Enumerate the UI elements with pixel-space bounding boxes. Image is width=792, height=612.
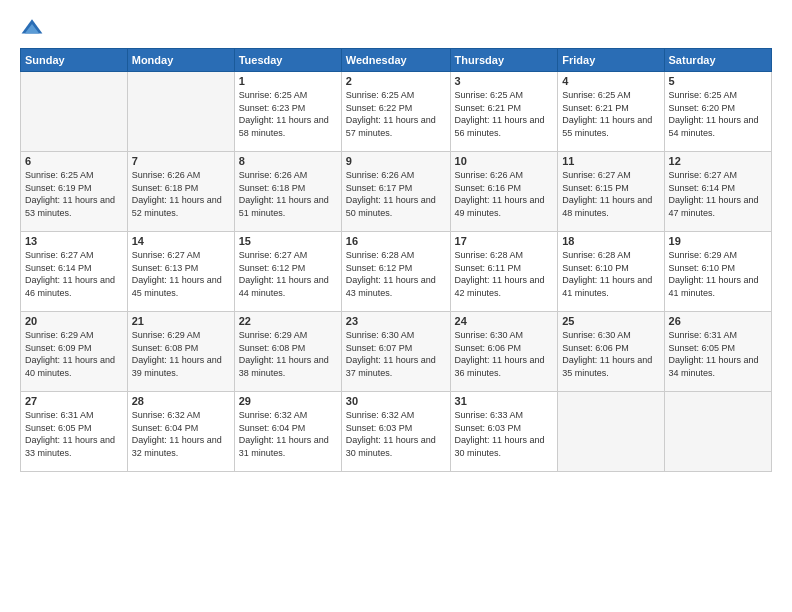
day-number: 3 bbox=[455, 75, 554, 87]
calendar-cell: 28Sunrise: 6:32 AM Sunset: 6:04 PM Dayli… bbox=[127, 392, 234, 472]
calendar-cell: 1Sunrise: 6:25 AM Sunset: 6:23 PM Daylig… bbox=[234, 72, 341, 152]
day-number: 31 bbox=[455, 395, 554, 407]
day-info: Sunrise: 6:30 AM Sunset: 6:06 PM Dayligh… bbox=[562, 329, 659, 379]
day-number: 29 bbox=[239, 395, 337, 407]
day-info: Sunrise: 6:28 AM Sunset: 6:11 PM Dayligh… bbox=[455, 249, 554, 299]
day-info: Sunrise: 6:30 AM Sunset: 6:07 PM Dayligh… bbox=[346, 329, 446, 379]
calendar-cell: 15Sunrise: 6:27 AM Sunset: 6:12 PM Dayli… bbox=[234, 232, 341, 312]
col-sunday: Sunday bbox=[21, 49, 128, 72]
day-info: Sunrise: 6:31 AM Sunset: 6:05 PM Dayligh… bbox=[669, 329, 767, 379]
calendar-cell: 16Sunrise: 6:28 AM Sunset: 6:12 PM Dayli… bbox=[341, 232, 450, 312]
day-info: Sunrise: 6:26 AM Sunset: 6:17 PM Dayligh… bbox=[346, 169, 446, 219]
calendar-cell: 19Sunrise: 6:29 AM Sunset: 6:10 PM Dayli… bbox=[664, 232, 771, 312]
day-number: 21 bbox=[132, 315, 230, 327]
day-number: 27 bbox=[25, 395, 123, 407]
page: Sunday Monday Tuesday Wednesday Thursday… bbox=[0, 0, 792, 612]
day-info: Sunrise: 6:28 AM Sunset: 6:10 PM Dayligh… bbox=[562, 249, 659, 299]
calendar-cell: 24Sunrise: 6:30 AM Sunset: 6:06 PM Dayli… bbox=[450, 312, 558, 392]
day-number: 20 bbox=[25, 315, 123, 327]
day-number: 18 bbox=[562, 235, 659, 247]
calendar-cell: 13Sunrise: 6:27 AM Sunset: 6:14 PM Dayli… bbox=[21, 232, 128, 312]
logo-icon bbox=[20, 16, 44, 40]
calendar-cell: 11Sunrise: 6:27 AM Sunset: 6:15 PM Dayli… bbox=[558, 152, 664, 232]
day-info: Sunrise: 6:28 AM Sunset: 6:12 PM Dayligh… bbox=[346, 249, 446, 299]
day-info: Sunrise: 6:29 AM Sunset: 6:09 PM Dayligh… bbox=[25, 329, 123, 379]
day-number: 17 bbox=[455, 235, 554, 247]
calendar-cell: 6Sunrise: 6:25 AM Sunset: 6:19 PM Daylig… bbox=[21, 152, 128, 232]
calendar-cell: 30Sunrise: 6:32 AM Sunset: 6:03 PM Dayli… bbox=[341, 392, 450, 472]
day-info: Sunrise: 6:29 AM Sunset: 6:08 PM Dayligh… bbox=[239, 329, 337, 379]
day-info: Sunrise: 6:25 AM Sunset: 6:23 PM Dayligh… bbox=[239, 89, 337, 139]
day-number: 7 bbox=[132, 155, 230, 167]
day-info: Sunrise: 6:25 AM Sunset: 6:20 PM Dayligh… bbox=[669, 89, 767, 139]
calendar-table: Sunday Monday Tuesday Wednesday Thursday… bbox=[20, 48, 772, 472]
day-info: Sunrise: 6:29 AM Sunset: 6:08 PM Dayligh… bbox=[132, 329, 230, 379]
col-wednesday: Wednesday bbox=[341, 49, 450, 72]
day-info: Sunrise: 6:26 AM Sunset: 6:18 PM Dayligh… bbox=[239, 169, 337, 219]
logo bbox=[20, 16, 48, 40]
day-info: Sunrise: 6:27 AM Sunset: 6:14 PM Dayligh… bbox=[669, 169, 767, 219]
day-info: Sunrise: 6:29 AM Sunset: 6:10 PM Dayligh… bbox=[669, 249, 767, 299]
day-number: 11 bbox=[562, 155, 659, 167]
calendar-header-row: Sunday Monday Tuesday Wednesday Thursday… bbox=[21, 49, 772, 72]
calendar-cell: 31Sunrise: 6:33 AM Sunset: 6:03 PM Dayli… bbox=[450, 392, 558, 472]
calendar-cell: 27Sunrise: 6:31 AM Sunset: 6:05 PM Dayli… bbox=[21, 392, 128, 472]
calendar-cell: 22Sunrise: 6:29 AM Sunset: 6:08 PM Dayli… bbox=[234, 312, 341, 392]
day-info: Sunrise: 6:26 AM Sunset: 6:18 PM Dayligh… bbox=[132, 169, 230, 219]
calendar-cell: 18Sunrise: 6:28 AM Sunset: 6:10 PM Dayli… bbox=[558, 232, 664, 312]
day-number: 2 bbox=[346, 75, 446, 87]
day-info: Sunrise: 6:25 AM Sunset: 6:21 PM Dayligh… bbox=[562, 89, 659, 139]
day-number: 15 bbox=[239, 235, 337, 247]
day-number: 25 bbox=[562, 315, 659, 327]
day-info: Sunrise: 6:26 AM Sunset: 6:16 PM Dayligh… bbox=[455, 169, 554, 219]
day-number: 10 bbox=[455, 155, 554, 167]
calendar-cell: 9Sunrise: 6:26 AM Sunset: 6:17 PM Daylig… bbox=[341, 152, 450, 232]
day-info: Sunrise: 6:33 AM Sunset: 6:03 PM Dayligh… bbox=[455, 409, 554, 459]
day-number: 1 bbox=[239, 75, 337, 87]
calendar-cell: 5Sunrise: 6:25 AM Sunset: 6:20 PM Daylig… bbox=[664, 72, 771, 152]
day-number: 13 bbox=[25, 235, 123, 247]
calendar-week-row: 1Sunrise: 6:25 AM Sunset: 6:23 PM Daylig… bbox=[21, 72, 772, 152]
day-info: Sunrise: 6:27 AM Sunset: 6:12 PM Dayligh… bbox=[239, 249, 337, 299]
calendar-week-row: 13Sunrise: 6:27 AM Sunset: 6:14 PM Dayli… bbox=[21, 232, 772, 312]
day-number: 8 bbox=[239, 155, 337, 167]
calendar-cell bbox=[558, 392, 664, 472]
day-number: 22 bbox=[239, 315, 337, 327]
day-number: 30 bbox=[346, 395, 446, 407]
calendar-week-row: 20Sunrise: 6:29 AM Sunset: 6:09 PM Dayli… bbox=[21, 312, 772, 392]
col-thursday: Thursday bbox=[450, 49, 558, 72]
calendar-cell: 14Sunrise: 6:27 AM Sunset: 6:13 PM Dayli… bbox=[127, 232, 234, 312]
day-number: 12 bbox=[669, 155, 767, 167]
col-monday: Monday bbox=[127, 49, 234, 72]
calendar-cell: 4Sunrise: 6:25 AM Sunset: 6:21 PM Daylig… bbox=[558, 72, 664, 152]
day-info: Sunrise: 6:27 AM Sunset: 6:15 PM Dayligh… bbox=[562, 169, 659, 219]
day-info: Sunrise: 6:27 AM Sunset: 6:14 PM Dayligh… bbox=[25, 249, 123, 299]
calendar-cell: 26Sunrise: 6:31 AM Sunset: 6:05 PM Dayli… bbox=[664, 312, 771, 392]
calendar-cell: 25Sunrise: 6:30 AM Sunset: 6:06 PM Dayli… bbox=[558, 312, 664, 392]
calendar-week-row: 6Sunrise: 6:25 AM Sunset: 6:19 PM Daylig… bbox=[21, 152, 772, 232]
day-number: 14 bbox=[132, 235, 230, 247]
calendar-week-row: 27Sunrise: 6:31 AM Sunset: 6:05 PM Dayli… bbox=[21, 392, 772, 472]
day-number: 4 bbox=[562, 75, 659, 87]
calendar-cell bbox=[21, 72, 128, 152]
day-info: Sunrise: 6:32 AM Sunset: 6:04 PM Dayligh… bbox=[132, 409, 230, 459]
day-info: Sunrise: 6:25 AM Sunset: 6:19 PM Dayligh… bbox=[25, 169, 123, 219]
day-info: Sunrise: 6:32 AM Sunset: 6:04 PM Dayligh… bbox=[239, 409, 337, 459]
calendar-cell: 2Sunrise: 6:25 AM Sunset: 6:22 PM Daylig… bbox=[341, 72, 450, 152]
day-info: Sunrise: 6:31 AM Sunset: 6:05 PM Dayligh… bbox=[25, 409, 123, 459]
day-info: Sunrise: 6:30 AM Sunset: 6:06 PM Dayligh… bbox=[455, 329, 554, 379]
calendar-cell: 10Sunrise: 6:26 AM Sunset: 6:16 PM Dayli… bbox=[450, 152, 558, 232]
calendar-cell: 7Sunrise: 6:26 AM Sunset: 6:18 PM Daylig… bbox=[127, 152, 234, 232]
calendar-cell: 21Sunrise: 6:29 AM Sunset: 6:08 PM Dayli… bbox=[127, 312, 234, 392]
calendar-cell bbox=[127, 72, 234, 152]
day-info: Sunrise: 6:32 AM Sunset: 6:03 PM Dayligh… bbox=[346, 409, 446, 459]
day-number: 5 bbox=[669, 75, 767, 87]
day-info: Sunrise: 6:27 AM Sunset: 6:13 PM Dayligh… bbox=[132, 249, 230, 299]
calendar-cell: 17Sunrise: 6:28 AM Sunset: 6:11 PM Dayli… bbox=[450, 232, 558, 312]
day-number: 19 bbox=[669, 235, 767, 247]
header bbox=[20, 16, 772, 40]
day-number: 9 bbox=[346, 155, 446, 167]
day-number: 16 bbox=[346, 235, 446, 247]
calendar-cell: 12Sunrise: 6:27 AM Sunset: 6:14 PM Dayli… bbox=[664, 152, 771, 232]
calendar-cell: 20Sunrise: 6:29 AM Sunset: 6:09 PM Dayli… bbox=[21, 312, 128, 392]
